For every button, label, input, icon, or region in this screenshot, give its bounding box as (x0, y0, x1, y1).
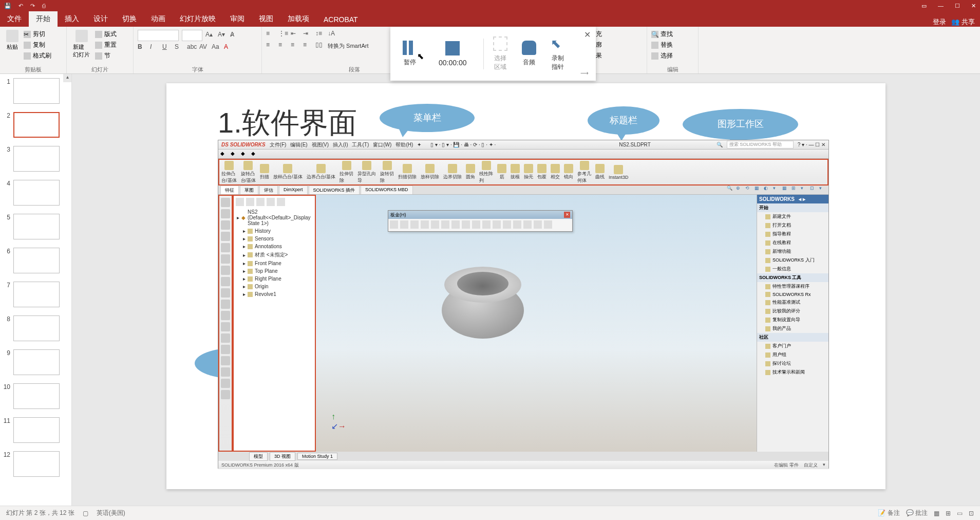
paste-button[interactable]: 粘贴 (4, 28, 21, 60)
select-area-button[interactable]: 选择 区域 (486, 32, 515, 76)
font-family-combo[interactable] (138, 30, 179, 41)
shadow-icon[interactable]: abc (187, 43, 196, 52)
slide-thumbnails-panel[interactable]: ▴ 123456789101112 (0, 74, 72, 506)
slide-thumbnail-9[interactable]: 9 (0, 345, 71, 379)
slide-thumbnail-6[interactable]: 6 (0, 244, 71, 277)
strike-icon[interactable]: S (175, 43, 184, 52)
tab-view[interactable]: 视图 (252, 11, 280, 27)
increase-indent-icon[interactable]: ⇥ (303, 30, 312, 39)
numbering-icon[interactable]: ⋮≡ (278, 30, 288, 39)
slide-thumbnail-11[interactable]: 11 (0, 413, 71, 447)
spacing-icon[interactable]: AV (199, 43, 209, 52)
tab-home[interactable]: 开始 (29, 11, 58, 27)
expand-icon[interactable]: ⟶ (580, 70, 589, 77)
tab-animations[interactable]: 动画 (144, 11, 173, 27)
sw-task-item: 一般信息 (757, 265, 828, 273)
sw-feature-btn: 边界凸台/基体 (307, 164, 336, 180)
undo-icon[interactable]: ↶ (18, 3, 23, 9)
align-center-icon[interactable]: ≡ (278, 41, 288, 50)
case-icon[interactable]: Aa (212, 43, 221, 52)
justify-icon[interactable]: ≡ (303, 41, 312, 50)
format-painter-button[interactable]: 格式刷 (24, 51, 51, 60)
callout-graphics[interactable]: 图形工作区 (683, 109, 798, 140)
record-pointer-button[interactable]: ⬉ 录制 指针 (543, 32, 572, 76)
language-indicator[interactable]: 英语(美国) (97, 509, 125, 517)
slide-thumbnail-8[interactable]: 8 (0, 311, 71, 345)
save-icon[interactable]: 💾 (4, 3, 11, 9)
scroll-up-icon[interactable]: ▴ (63, 74, 71, 82)
pause-button[interactable]: 暂停 (395, 36, 424, 71)
sw-task-item: 新建文件 (757, 212, 828, 221)
new-slide-button[interactable]: 新建 幻灯片 (71, 28, 92, 61)
align-left-icon[interactable]: ≡ (266, 41, 275, 50)
sorter-view-icon[interactable]: ⊞ (946, 510, 951, 517)
slide-thumbnail-1[interactable]: 1 (0, 74, 71, 108)
login-link[interactable]: 登录 (933, 17, 946, 27)
quick-access-toolbar: 💾 ↶ ↷ ⎙ (4, 3, 46, 9)
select-button[interactable]: 选择 (651, 51, 694, 60)
slide-title-text: 1.软件界面 (218, 104, 357, 143)
columns-icon[interactable]: ▯▯ (315, 41, 325, 50)
notes-button[interactable]: 📝 备注 (878, 509, 899, 517)
reading-view-icon[interactable]: ▭ (957, 510, 963, 517)
tab-insert[interactable]: 插入 (58, 11, 86, 27)
slide-thumbnail-12[interactable]: 12 (0, 447, 71, 481)
slide-thumbnail-2[interactable]: 2 (0, 108, 71, 142)
layout-button[interactable]: 版式 (95, 30, 117, 39)
sw-feature-btn: Instant3D (609, 165, 629, 180)
tab-addins[interactable]: 加载项 (280, 11, 316, 27)
tab-acrobat[interactable]: ACROBAT (316, 12, 365, 27)
tab-review[interactable]: 审阅 (223, 11, 252, 27)
comments-button[interactable]: 💬 批注 (906, 509, 928, 517)
redo-icon[interactable]: ↷ (30, 3, 35, 9)
line-spacing-icon[interactable]: ↕≡ (315, 30, 325, 39)
tab-transitions[interactable]: 切换 (115, 11, 144, 27)
underline-icon[interactable]: U (162, 43, 172, 52)
callout-menubar[interactable]: 菜单栏 (380, 104, 475, 132)
ribbon-options-icon[interactable]: ▭ (921, 3, 927, 9)
replace-button[interactable]: 替换 (651, 41, 694, 49)
find-button[interactable]: 🔍查找 (651, 30, 694, 39)
spellcheck-icon[interactable]: ▢ (83, 510, 88, 517)
sw-task-item: 复制设置向导 (757, 315, 828, 324)
bullets-icon[interactable]: ≡ (266, 30, 275, 39)
slide-thumbnail-7[interactable]: 7 (0, 277, 71, 311)
sw-feature-btn: 边界切除 (443, 164, 462, 180)
tab-design[interactable]: 设计 (86, 11, 115, 27)
callout-titlebar[interactable]: 标题栏 (588, 106, 659, 135)
font-size-combo[interactable] (182, 30, 202, 41)
recording-close-button[interactable]: ✕ (584, 30, 591, 40)
slide-thumbnail-5[interactable]: 5 (0, 210, 71, 244)
close-icon[interactable]: ✕ (971, 3, 976, 9)
slideshow-view-icon[interactable]: ⊡ (969, 510, 974, 517)
copy-button[interactable]: 复制 (24, 41, 51, 49)
italic-icon[interactable]: I (150, 43, 159, 52)
tab-file[interactable]: 文件 (0, 11, 29, 27)
slide-thumbnail-4[interactable]: 4 (0, 176, 71, 210)
slide-thumbnail-10[interactable]: 10 (0, 379, 71, 413)
smartart-button[interactable]: 转换为 SmartArt (328, 42, 368, 50)
cut-button[interactable]: ✂剪切 (24, 30, 51, 39)
clear-format-icon[interactable]: A̷ (230, 31, 239, 40)
normal-view-icon[interactable]: ▦ (934, 510, 939, 517)
maximize-icon[interactable]: ☐ (955, 3, 960, 9)
slide-thumbnail-3[interactable]: 3 (0, 142, 71, 176)
text-direction-icon[interactable]: ↓A (328, 30, 337, 39)
font-color-icon[interactable]: A (224, 43, 233, 52)
audio-button[interactable]: 音频 (515, 36, 543, 71)
bold-icon[interactable]: B (138, 43, 147, 52)
decrease-font-icon[interactable]: A▾ (218, 31, 227, 40)
minimize-icon[interactable]: — (938, 3, 944, 9)
reset-button[interactable]: 重置 (95, 41, 117, 49)
decrease-indent-icon[interactable]: ⇤ (291, 30, 300, 39)
stop-button[interactable]: 00:00:00 (424, 37, 481, 71)
tab-slideshow[interactable]: 幻灯片放映 (173, 11, 223, 27)
sw-task-item: 性能基准测试 (757, 298, 828, 307)
increase-font-icon[interactable]: A▴ (205, 31, 215, 40)
align-right-icon[interactable]: ≡ (291, 41, 300, 50)
section-button[interactable]: 节 (95, 51, 117, 60)
share-button[interactable]: 👥 共享 (951, 17, 975, 27)
slide[interactable]: 1.软件界面 菜单栏 标题栏 图形工作区 特征工具栏 任务窗口 浮动工具条 工具… (166, 83, 885, 489)
group-label: 字体 (134, 66, 261, 73)
slideshow-icon[interactable]: ⎙ (42, 3, 46, 9)
